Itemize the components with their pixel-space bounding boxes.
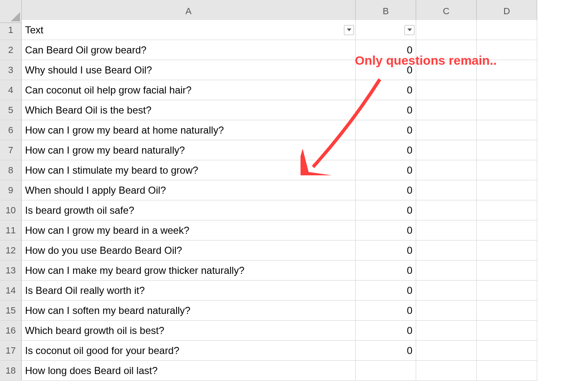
row-header-9[interactable]: 9 [0, 180, 22, 200]
row-header-16[interactable]: 16 [0, 321, 22, 341]
cell-a16[interactable]: Which beard growth oil is best? [22, 321, 356, 341]
cell-a18[interactable]: How long does Beard oil last? [22, 361, 356, 381]
cell-c15[interactable] [416, 301, 477, 321]
cell-c14[interactable] [416, 281, 477, 301]
row-header-15[interactable]: 15 [0, 301, 22, 321]
cell-b17[interactable]: 0 [356, 341, 416, 361]
cell-c9[interactable] [416, 180, 477, 200]
row-header-18[interactable]: 18 [0, 361, 22, 381]
cell-c6[interactable] [416, 120, 477, 140]
cell-d5[interactable] [477, 100, 537, 120]
cell-c13[interactable] [416, 260, 477, 281]
cell-d14[interactable] [477, 281, 537, 301]
filter-dropdown-b[interactable] [404, 25, 414, 35]
row-header-12[interactable]: 12 [0, 240, 22, 260]
cell-d17[interactable] [477, 341, 537, 361]
cell-d13[interactable] [477, 260, 537, 281]
cell-text: How can I stimulate my beard to grow? [25, 164, 198, 176]
cell-b7[interactable]: 0 [356, 140, 416, 160]
cell-d11[interactable] [477, 220, 537, 240]
cell-text: When should I apply Beard Oil? [25, 185, 166, 196]
cell-c16[interactable] [416, 321, 477, 341]
cell-d7[interactable] [477, 140, 537, 160]
row-header-2[interactable]: 2 [0, 40, 22, 60]
cell-a10[interactable]: Is beard growth oil safe? [22, 200, 356, 220]
cell-b5[interactable]: 0 [356, 100, 416, 120]
cell-b8[interactable]: 0 [356, 160, 416, 180]
cell-d1[interactable] [477, 20, 537, 40]
cell-d10[interactable] [477, 200, 537, 220]
cell-a7[interactable]: How can I grow my beard naturally? [22, 140, 356, 160]
select-all-corner[interactable] [0, 0, 22, 23]
cell-a5[interactable]: Which Beard Oil is the best? [22, 100, 356, 120]
cell-a2[interactable]: Can Beard Oil grow beard? [22, 40, 356, 60]
cell-b16[interactable]: 0 [356, 321, 416, 341]
cell-b15[interactable]: 0 [356, 301, 416, 321]
row-header-3[interactable]: 3 [0, 60, 22, 80]
cell-c10[interactable] [416, 200, 477, 220]
cell-b11[interactable]: 0 [356, 220, 416, 240]
cell-c18[interactable] [416, 361, 477, 381]
cell-d18[interactable] [477, 361, 537, 381]
filter-dropdown-a[interactable] [344, 25, 354, 35]
cell-c4[interactable] [416, 80, 477, 100]
cell-b1[interactable] [356, 20, 416, 40]
row-header-13[interactable]: 13 [0, 260, 22, 281]
cell-c2[interactable] [416, 40, 477, 60]
row-header-17[interactable]: 17 [0, 341, 22, 361]
cell-d9[interactable] [477, 180, 537, 200]
column-header-d[interactable]: D [477, 0, 537, 23]
cell-c8[interactable] [416, 160, 477, 180]
cell-c5[interactable] [416, 100, 477, 120]
row-header-8[interactable]: 8 [0, 160, 22, 180]
row-header-5[interactable]: 5 [0, 100, 22, 120]
cell-d8[interactable] [477, 160, 537, 180]
row-header-7[interactable]: 7 [0, 140, 22, 160]
cell-a4[interactable]: Can coconut oil help grow facial hair? [22, 80, 356, 100]
cell-b10[interactable]: 0 [356, 200, 416, 220]
cell-c11[interactable] [416, 220, 477, 240]
row-header-11[interactable]: 11 [0, 220, 22, 240]
cell-d12[interactable] [477, 240, 537, 260]
cell-a1[interactable]: Text [22, 20, 356, 40]
cell-a14[interactable]: Is Beard Oil really worth it? [22, 281, 356, 301]
cell-a3[interactable]: Why should I use Beard Oil? [22, 60, 356, 80]
cell-d3[interactable] [477, 60, 537, 80]
cell-c3[interactable] [416, 60, 477, 80]
cell-a17[interactable]: Is coconut oil good for your beard? [22, 341, 356, 361]
column-header-c[interactable]: C [416, 0, 477, 23]
cell-c12[interactable] [416, 240, 477, 260]
cell-d2[interactable] [477, 40, 537, 60]
row-header-10[interactable]: 10 [0, 200, 22, 220]
cell-text: Is beard growth oil safe? [25, 205, 134, 216]
cell-b13[interactable]: 0 [356, 260, 416, 281]
cell-c7[interactable] [416, 140, 477, 160]
column-header-a[interactable]: A [22, 0, 356, 23]
cell-a8[interactable]: How can I stimulate my beard to grow? [22, 160, 356, 180]
cell-c1[interactable] [416, 20, 477, 40]
cell-b9[interactable]: 0 [356, 180, 416, 200]
column-header-b[interactable]: B [356, 0, 416, 23]
row-header-6[interactable]: 6 [0, 120, 22, 140]
cell-c17[interactable] [416, 341, 477, 361]
cell-d4[interactable] [477, 80, 537, 100]
cell-a11[interactable]: How can I grow my beard in a week? [22, 220, 356, 240]
cell-b18[interactable] [356, 361, 416, 381]
cell-a6[interactable]: How can I grow my beard at home naturall… [22, 120, 356, 140]
cell-a15[interactable]: How can I soften my beard naturally? [22, 301, 356, 321]
row-header-1[interactable]: 1 [0, 20, 22, 40]
cell-a13[interactable]: How can I make my beard grow thicker nat… [22, 260, 356, 281]
cell-d15[interactable] [477, 301, 537, 321]
row-header-4[interactable]: 4 [0, 80, 22, 100]
cell-b4[interactable]: 0 [356, 80, 416, 100]
cell-b6[interactable]: 0 [356, 120, 416, 140]
cell-b3[interactable]: 0 [356, 60, 416, 80]
cell-d16[interactable] [477, 321, 537, 341]
cell-d6[interactable] [477, 120, 537, 140]
cell-a9[interactable]: When should I apply Beard Oil? [22, 180, 356, 200]
row-header-14[interactable]: 14 [0, 281, 22, 301]
cell-b12[interactable]: 0 [356, 240, 416, 260]
cell-b2[interactable]: 0 [356, 40, 416, 60]
cell-b14[interactable]: 0 [356, 281, 416, 301]
cell-a12[interactable]: How do you use Beardo Beard Oil? [22, 240, 356, 260]
